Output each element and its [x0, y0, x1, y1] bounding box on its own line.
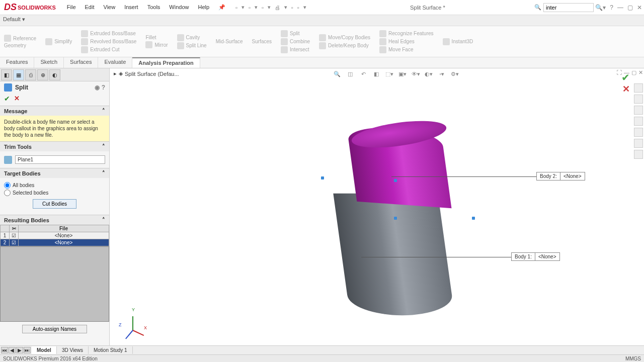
graphics-viewport[interactable]: ▸ ◈ Split Surface (Defau... 🔍 ◫ ↶ ◧ ⬚▾ ▣… — [110, 68, 644, 345]
custom-props-icon[interactable] — [634, 139, 643, 148]
zoom-area-icon[interactable]: ◫ — [346, 69, 355, 78]
ribbon-cavity[interactable]: Cavity — [177, 34, 207, 41]
radio-selected-bodies[interactable] — [4, 190, 11, 196]
ribbon-surfaces[interactable]: Surfaces — [252, 39, 272, 44]
radio-all-bodies[interactable] — [4, 182, 11, 189]
edit-appearance-icon[interactable]: ◐▾ — [424, 69, 433, 78]
design-library-icon[interactable] — [634, 95, 643, 104]
plane-handle[interactable] — [394, 217, 397, 220]
ribbon-delete-keep[interactable]: Delete/Keep Body — [319, 42, 370, 49]
confirm-cancel-icon[interactable]: ✕ — [622, 83, 630, 95]
tab-sketch[interactable]: Sketch — [34, 57, 64, 68]
print-icon[interactable]: 🖨 — [275, 5, 280, 11]
menu-pin-icon[interactable]: 📌 — [214, 2, 229, 13]
ribbon-instant3d[interactable]: Instant3D — [443, 38, 473, 45]
file-cell-1[interactable]: <None> — [19, 232, 109, 239]
prop-detail-icon[interactable]: ◉ — [95, 84, 100, 91]
section-view-icon[interactable]: ◧ — [372, 69, 381, 78]
apply-scene-icon[interactable]: ▫▾ — [437, 69, 446, 78]
ribbon-move-face[interactable]: Move Face — [379, 46, 434, 53]
menu-insert[interactable]: Insert — [120, 2, 142, 13]
body-1-gray[interactable] — [333, 194, 454, 315]
body-checkbox-2[interactable]: ☑ — [10, 239, 19, 246]
file-cell-2[interactable]: <None> — [19, 239, 109, 246]
ribbon-heal-edges[interactable]: Heal Edges — [379, 38, 434, 45]
ribbon-intersect[interactable]: Intersect — [281, 46, 310, 53]
tab-features[interactable]: Features — [0, 57, 34, 68]
tab-nav-next-icon[interactable]: ▶ — [16, 347, 23, 353]
tab-analysis-preparation[interactable]: Analysis Preparation — [132, 57, 200, 68]
confirm-ok-icon[interactable]: ✔ — [621, 71, 630, 83]
viewport-close-icon[interactable]: ✕ — [638, 69, 643, 76]
ribbon-split[interactable]: Split — [281, 30, 310, 37]
view-orient-icon[interactable]: ⬚▾ — [385, 69, 394, 78]
menu-view[interactable]: View — [100, 2, 120, 13]
display-style-icon[interactable]: ▣▾ — [398, 69, 407, 78]
callout-body-2[interactable]: Body 2: <None> — [536, 172, 585, 180]
plane-handle[interactable] — [394, 179, 397, 182]
view-triad[interactable]: Y X Z — [120, 310, 145, 335]
tab-nav-first-icon[interactable]: ⏮ — [1, 347, 8, 353]
ribbon-extruded-cut[interactable]: Extruded Cut — [81, 46, 136, 53]
ribbon-move-copy[interactable]: Move/Copy Bodies — [319, 34, 370, 41]
tab-3d-views[interactable]: 3D Views — [57, 346, 89, 354]
maximize-icon[interactable]: ▢ — [627, 4, 633, 11]
prop-help-icon[interactable]: ? — [102, 84, 105, 91]
minimize-icon[interactable]: — — [617, 4, 623, 11]
auto-assign-button[interactable]: Auto-assign Names — [22, 325, 87, 333]
ribbon-reference-geometry[interactable]: Reference — [4, 35, 36, 42]
model-cylinder[interactable] — [301, 129, 482, 330]
menu-window[interactable]: Window — [165, 2, 193, 13]
close-icon[interactable]: ✕ — [637, 4, 642, 11]
config-label[interactable]: Default — [3, 16, 21, 22]
collapse-icon[interactable]: ˄ — [102, 217, 105, 223]
resources-icon[interactable] — [634, 83, 643, 93]
display-manager-icon[interactable]: ◐ — [49, 69, 60, 80]
new-icon[interactable]: ▫ — [235, 5, 237, 11]
menu-tools[interactable]: Tools — [143, 2, 165, 13]
hide-show-icon[interactable]: 👁▾ — [411, 69, 420, 78]
tab-surfaces[interactable]: Surfaces — [64, 57, 98, 68]
tab-model[interactable]: Model — [32, 346, 57, 354]
body-checkbox-1[interactable]: ☑ — [10, 232, 19, 239]
trim-tool-selection[interactable]: Plane1 — [15, 155, 105, 164]
tab-nav-prev-icon[interactable]: ◀ — [9, 347, 16, 353]
rebuild-icon[interactable]: ▫ — [291, 5, 293, 11]
collapse-icon[interactable]: ˄ — [102, 108, 105, 114]
breadcrumb[interactable]: ▸ ◈ Split Surface (Defau... — [114, 70, 179, 77]
appearances-icon[interactable] — [634, 128, 643, 137]
ribbon-mirror[interactable]: Mirror — [145, 41, 168, 48]
file-explorer-icon[interactable] — [634, 106, 643, 115]
tab-evaluate[interactable]: Evaluate — [98, 57, 132, 68]
config-manager-icon[interactable]: ⎙ — [25, 69, 36, 80]
tab-motion-study[interactable]: Motion Study 1 — [89, 346, 133, 354]
ribbon-combine[interactable]: Combine — [281, 38, 310, 45]
search-dropdown-icon[interactable]: 🔍▾ — [595, 4, 606, 11]
ribbon-simplify[interactable]: Simplify — [45, 38, 72, 45]
options-icon[interactable]: ▫ — [297, 5, 299, 11]
save-icon[interactable]: ▫ — [262, 5, 264, 11]
ribbon-recognize[interactable]: Recognize Features — [379, 30, 434, 37]
view-settings-icon[interactable]: ⚙▾ — [450, 69, 459, 78]
plane-handle[interactable] — [321, 176, 324, 179]
cancel-button[interactable]: ✕ — [14, 95, 20, 103]
view-palette-icon[interactable] — [634, 117, 643, 126]
property-manager-icon[interactable]: ▦ — [13, 69, 24, 80]
open-icon[interactable]: ▫ — [249, 5, 251, 11]
prev-view-icon[interactable]: ↶ — [359, 69, 368, 78]
menu-file[interactable]: File — [63, 2, 80, 13]
tab-nav-last-icon[interactable]: ⏭ — [24, 347, 31, 353]
menu-help[interactable]: Help — [194, 2, 213, 13]
collapse-icon[interactable]: ˄ — [102, 170, 105, 176]
ribbon-mid-surface[interactable]: Mid-Surface — [216, 39, 243, 44]
collapse-icon[interactable]: ˄ — [102, 143, 105, 150]
forum-icon[interactable] — [634, 150, 643, 159]
ribbon-revolved-boss[interactable]: Revolved Boss/Base — [81, 38, 136, 45]
zoom-fit-icon[interactable]: 🔍 — [333, 69, 342, 78]
help-icon[interactable]: ? — [610, 4, 613, 11]
menu-edit[interactable]: Edit — [81, 2, 99, 13]
viewport-max-icon[interactable]: ▢ — [631, 69, 636, 76]
callout-body-1[interactable]: Body 1: <None> — [511, 252, 560, 261]
search-input[interactable] — [543, 3, 594, 12]
ribbon-extruded-boss[interactable]: Extruded Boss/Base — [81, 30, 136, 37]
